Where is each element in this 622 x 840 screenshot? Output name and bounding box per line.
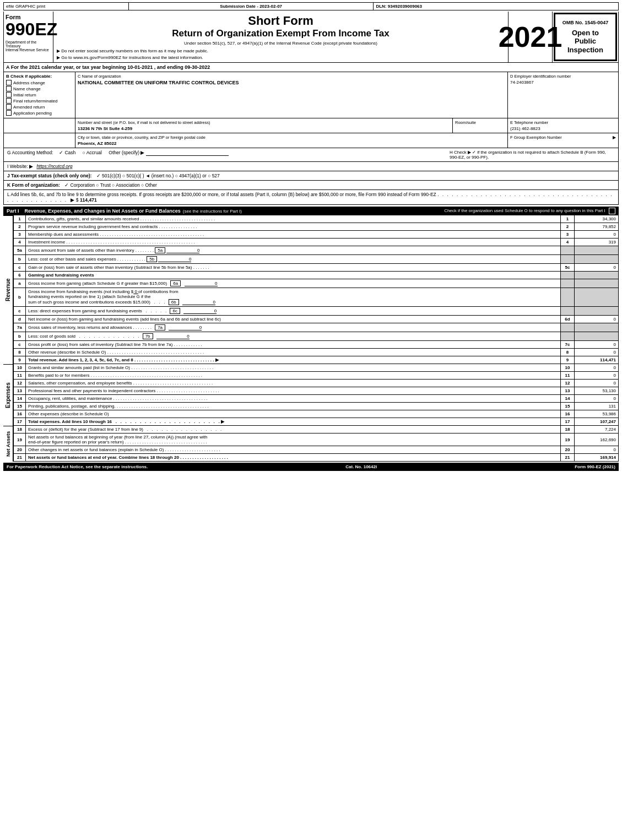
check-initial: Initial return [6, 92, 73, 97]
dept-name: Department of the Treasury Internal Reve… [6, 40, 51, 52]
address-label: Number and street (or P.O. box, if mail … [78, 120, 450, 125]
add-lines-section: L Add lines 5b, 6c, and 7b to line 9 to … [3, 190, 619, 205]
checkbox-address[interactable] [6, 80, 12, 85]
check-applicable-col: B Check if applicable: Address change Na… [4, 72, 75, 118]
table-row: b Gross income from fundraising events (… [14, 288, 619, 307]
group-label: F Group Exemption Number ▶ [510, 135, 616, 140]
expenses-section: Expenses 10 Grants and similar amounts p… [3, 364, 619, 426]
table-row: c Gain or (loss) from sale of assets oth… [14, 264, 619, 272]
checkbox-final[interactable] [6, 98, 12, 104]
address-col: Number and street (or P.O. box, if mail … [75, 118, 453, 133]
schedule-o-checkbox[interactable] [609, 208, 615, 214]
table-row: 7a Gross sales of inventory, less return… [14, 323, 619, 332]
table-row: 21 Net assets or fund balances at end of… [14, 454, 619, 462]
table-row: b Less: cost of goods sold . . . . . . .… [14, 332, 619, 341]
dln-text: DLN: 93492039009063 [376, 4, 422, 9]
table-row: 20 Other changes in net assets or fund b… [14, 446, 619, 454]
net-assets-label: Net Assets [3, 426, 13, 462]
check-final: Final return/terminated [6, 98, 73, 104]
city-label: City or town, state or province, country… [78, 135, 505, 140]
part1-title: Revenue, Expenses, and Changes in Net As… [25, 208, 181, 214]
table-row: c Less: direct expenses from gaming and … [14, 307, 619, 316]
table-row: a Gross income from gaming (attach Sched… [14, 279, 619, 288]
table-row: 6 Gaming and fundraising events [14, 272, 619, 279]
expenses-table: 10 Grants and similar amounts paid (list… [13, 364, 619, 426]
net-assets-section: Net Assets 18 Excess or (deficit) for th… [3, 426, 619, 462]
accounting-right: H Check ▶ ✓ if the organization is not r… [450, 150, 615, 160]
title-center: Short Form Return of Organization Exempt… [53, 12, 509, 62]
title-section: Form 990EZ Department of the Treasury In… [3, 12, 619, 63]
part1-label: Part I [7, 208, 19, 214]
open-public-text: Open toPublicInspection [559, 29, 612, 55]
footer-paperwork: For Paperwork Reduction Act Notice, see … [7, 464, 148, 469]
submission-label: Submission Date - 2023-02-07 [129, 3, 374, 10]
table-row: 4 Investment income . . . . . . . . . . … [14, 239, 619, 246]
org-info-block: B Check if applicable: Address change Na… [3, 72, 619, 148]
expenses-label: Expenses [3, 364, 13, 426]
short-form-title: Short Form [57, 14, 505, 28]
table-row: b Less: cost or other basis and sales ex… [14, 255, 619, 264]
omb-number: OMB No. 1545-0047 [559, 20, 612, 25]
net-assets-table: 18 Excess or (deficit) for the year (Sub… [13, 426, 619, 462]
table-row: 12 Salaries, other compensation, and emp… [14, 380, 619, 387]
group-number [510, 141, 616, 146]
page: efile GRAPHIC print Submission Date - 20… [0, 0, 622, 473]
table-row: 2 Program service revenue including gove… [14, 223, 619, 231]
org-row2: Number and street (or P.O. box, if mail … [4, 118, 618, 133]
phone-col: E Telephone number (231) 462-8823 [508, 118, 618, 133]
check-application: Application pending [6, 110, 73, 116]
website-section: I Website: ▶ https://ncutcd.org [3, 162, 619, 171]
checkbox-application[interactable] [6, 110, 12, 116]
ein-col: D Employer identification number 74-2403… [508, 72, 618, 118]
row-desc-1: Contributions, gifts, grants, and simila… [26, 215, 561, 223]
revenue-section: Revenue 1 Contributions, gifts, grants, … [3, 215, 619, 364]
check-amended: Amended return [6, 104, 73, 110]
table-row: 17 Total expenses. Add lines 10 through … [14, 418, 619, 426]
address-value: 13236 N 7th St Suite 4-259 [78, 126, 450, 131]
efile-text: efile GRAPHIC print [6, 4, 45, 9]
table-row: 9 Total revenue. Add lines 1, 2, 3, 4, 5… [14, 356, 619, 364]
website-url: https://ncutcd.org [36, 164, 72, 169]
group-col: F Group Exemption Number ▶ [508, 133, 618, 148]
row-num-1: 1 [14, 215, 26, 223]
dln-label: DLN: 93492039009063 [374, 3, 618, 10]
table-row: 14 Occupancy, rent, utilities, and maint… [14, 395, 619, 403]
top-header: efile GRAPHIC print Submission Date - 20… [3, 2, 619, 10]
name-col: C Name of organization NATIONAL COMMITTE… [75, 72, 508, 118]
org-row1: B Check if applicable: Address change Na… [4, 72, 618, 118]
goto-notice: ▶ Go to www.irs.gov/Form990EZ for instru… [57, 55, 505, 60]
checkbox-amended[interactable] [6, 104, 12, 110]
year-col: 2021 [509, 12, 553, 62]
check-name: Name change [6, 86, 73, 91]
revenue-label: Revenue [3, 215, 13, 364]
checkbox-name[interactable] [6, 86, 12, 91]
section-a: A For the 2021 calendar year, or tax yea… [3, 63, 619, 72]
table-row: 5a Gross amount from sale of assets othe… [14, 246, 619, 255]
part1-header: Part I Revenue, Expenses, and Changes in… [3, 207, 619, 215]
form-number: 990EZ [6, 20, 51, 38]
check-address: Address change [6, 80, 73, 85]
row-value-1: 34,300 [575, 215, 619, 223]
table-row: 3 Membership dues and assessments . . . … [14, 231, 619, 239]
table-row: c Gross profit or (loss) from sales of i… [14, 341, 619, 349]
tax-exempt-section: J Tax-exempt status (check only one): ✓ … [3, 171, 619, 181]
checkbox-initial[interactable] [6, 92, 12, 97]
empty-col2 [4, 118, 75, 133]
table-row: 10 Grants and similar amounts paid (list… [14, 364, 619, 372]
open-public-col: OMB No. 1545-0047 Open toPublicInspectio… [554, 13, 617, 61]
check-schedule-o: Check if the organization used Schedule … [242, 208, 615, 214]
city-col: City or town, state or province, country… [75, 133, 508, 148]
row-linenum-1: 1 [561, 215, 575, 223]
table-row: d Net income or (loss) from gaming and f… [14, 316, 619, 323]
org-name: NATIONAL COMMITTEE ON UNIFORM TRAFFIC CO… [78, 80, 505, 85]
ein-value: 74-2403867 [510, 80, 616, 85]
name-label: C Name of organization [78, 74, 505, 79]
table-row: 19 Net assets or fund balances at beginn… [14, 433, 619, 446]
phone-value: (231) 462-8823 [510, 126, 616, 131]
empty-col3 [4, 133, 75, 148]
revenue-table: 1 Contributions, gifts, grants, and simi… [13, 215, 619, 364]
form-number-col: Form 990EZ Department of the Treasury In… [4, 12, 53, 62]
footer-cat-no: Cat. No. 10642I [345, 464, 377, 469]
return-title: Return of Organization Exempt From Incom… [57, 28, 505, 39]
footer-bar: For Paperwork Reduction Act Notice, see … [3, 463, 619, 471]
